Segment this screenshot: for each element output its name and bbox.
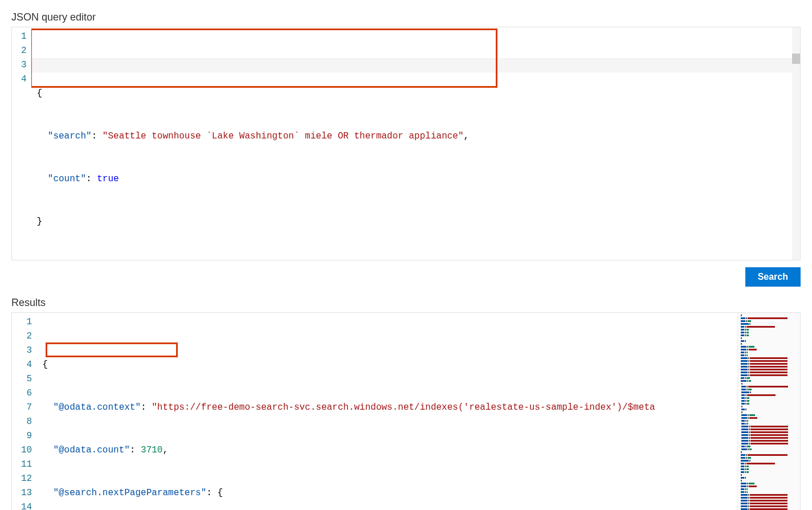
editor-scrollbar[interactable]	[792, 27, 800, 260]
results-line-gutter: 1 2 3 4 5 6 7 8 9 10 11 12 13 14 15 16 1…	[12, 313, 36, 510]
results-title: Results	[11, 297, 801, 309]
editor-code-pane[interactable]: { "search": "Seattle townhouse `Lake Was…	[31, 27, 800, 260]
json-query-editor[interactable]: 1 2 3 4 { "search": "Seattle townhouse `…	[11, 27, 801, 260]
editor-line-gutter: 1 2 3 4	[12, 27, 31, 260]
editor-title: JSON query editor	[11, 11, 801, 23]
results-code-pane[interactable]: { "@odata.context": "https://free-demo-s…	[36, 313, 800, 510]
search-button[interactable]: Search	[745, 267, 801, 287]
results-minimap[interactable]	[737, 313, 800, 510]
results-highlight-box	[46, 342, 178, 357]
results-editor[interactable]: 1 2 3 4 5 6 7 8 9 10 11 12 13 14 15 16 1…	[11, 312, 801, 510]
